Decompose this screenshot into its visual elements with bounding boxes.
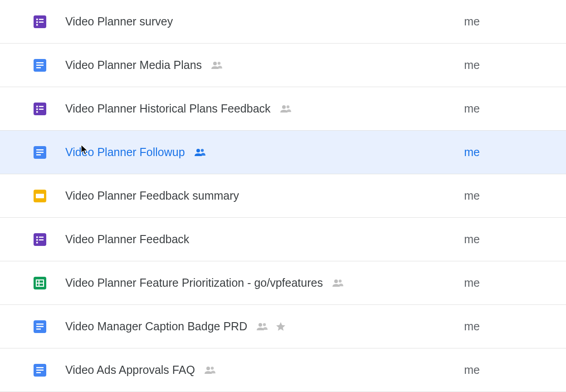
svg-rect-3 (36, 21, 38, 23)
file-owner: me (464, 363, 552, 377)
file-name-wrap: Video Planner Feedback summary (65, 189, 239, 202)
svg-point-11 (213, 62, 217, 65)
file-row[interactable]: Video Planner Feedback summaryme (0, 174, 566, 218)
svg-rect-15 (39, 106, 44, 107)
shared-icon (255, 322, 269, 331)
svg-point-26 (196, 149, 200, 152)
svg-rect-17 (39, 108, 44, 110)
forms-file-icon (33, 102, 47, 116)
file-row[interactable]: Video Planner Media Plans me (0, 44, 566, 87)
svg-rect-31 (36, 236, 38, 238)
svg-rect-24 (36, 152, 44, 153)
file-name-wrap: Video Planner Feedback (65, 233, 189, 246)
file-name: Video Planner Historical Plans Feedback (65, 102, 271, 115)
svg-rect-18 (36, 111, 38, 113)
svg-rect-14 (36, 106, 38, 108)
svg-point-27 (200, 149, 203, 152)
shared-icon (203, 366, 217, 375)
svg-point-42 (339, 279, 342, 282)
shared-icon (331, 279, 345, 288)
svg-rect-25 (36, 154, 41, 156)
file-owner: me (464, 276, 552, 289)
svg-point-47 (259, 323, 262, 327)
file-name-wrap: Video Planner Followup (65, 146, 207, 159)
svg-point-48 (263, 323, 266, 326)
svg-rect-29 (36, 194, 44, 198)
file-name-wrap: Video Planner Historical Plans Feedback (65, 102, 293, 115)
forms-file-icon (33, 15, 47, 29)
svg-point-53 (206, 367, 210, 370)
file-row[interactable]: Video Ads Approvals FAQ me (0, 348, 566, 392)
svg-rect-33 (36, 239, 38, 241)
file-owner: me (464, 189, 552, 202)
sheets-file-icon (33, 276, 47, 290)
svg-rect-51 (36, 369, 44, 371)
file-name: Video Planner Followup (65, 146, 185, 159)
shared-icon (210, 61, 224, 70)
file-row[interactable]: Video Planner Followup me (0, 131, 566, 174)
svg-rect-5 (36, 24, 38, 26)
file-owner: me (464, 59, 552, 72)
file-name: Video Planner Feature Prioritization - g… (65, 276, 323, 289)
svg-rect-50 (36, 367, 44, 368)
docs-file-icon (33, 145, 47, 160)
svg-rect-45 (36, 326, 44, 327)
docs-file-icon (33, 58, 47, 73)
docs-file-icon (33, 363, 47, 377)
slides-file-icon (33, 189, 47, 203)
svg-rect-34 (39, 239, 44, 240)
svg-point-54 (211, 367, 214, 369)
shared-icon (193, 148, 207, 157)
file-name: Video Planner Media Plans (65, 59, 202, 72)
svg-rect-1 (36, 19, 38, 20)
file-owner: me (464, 233, 552, 246)
svg-rect-10 (36, 67, 41, 69)
svg-rect-4 (39, 21, 44, 23)
file-row[interactable]: Video Planner Historical Plans Feedback … (0, 87, 566, 131)
svg-point-21 (286, 105, 289, 108)
file-name-wrap: Video Planner Media Plans (65, 59, 224, 72)
file-name: Video Planner Feedback summary (65, 189, 239, 202)
file-name: Video Ads Approvals FAQ (65, 363, 195, 377)
svg-rect-2 (39, 19, 44, 20)
file-name: Video Planner Feedback (65, 233, 189, 246)
file-owner: me (464, 146, 552, 159)
svg-rect-52 (36, 372, 41, 373)
file-name-wrap: Video Planner Feature Prioritization - g… (65, 276, 345, 289)
file-list: Video Planner surveyme Video Planner Med… (0, 0, 566, 392)
star-icon (275, 321, 286, 332)
svg-rect-44 (36, 323, 44, 325)
file-name-wrap: Video Manager Caption Badge PRD (65, 320, 286, 333)
svg-point-41 (334, 279, 338, 283)
forms-file-icon (33, 232, 47, 247)
file-owner: me (464, 15, 552, 28)
file-name: Video Manager Caption Badge PRD (65, 320, 247, 333)
svg-rect-32 (39, 236, 44, 238)
file-name-wrap: Video Ads Approvals FAQ (65, 363, 217, 377)
file-row[interactable]: Video Planner surveyme (0, 0, 566, 44)
file-owner: me (464, 320, 552, 333)
file-row[interactable]: Video Planner Feedbackme (0, 218, 566, 261)
file-owner: me (464, 102, 552, 115)
file-row[interactable]: Video Planner Feature Prioritization - g… (0, 261, 566, 305)
svg-rect-23 (36, 149, 44, 151)
file-row[interactable]: Video Manager Caption Badge PRD me (0, 305, 566, 348)
svg-rect-8 (36, 62, 44, 64)
file-name: Video Planner survey (65, 15, 173, 28)
svg-point-20 (282, 105, 286, 109)
svg-rect-16 (36, 108, 38, 110)
svg-rect-46 (36, 328, 41, 330)
svg-point-12 (218, 62, 220, 64)
shared-icon (279, 104, 293, 113)
svg-rect-9 (36, 64, 44, 66)
svg-rect-35 (36, 242, 38, 244)
docs-file-icon (33, 319, 47, 334)
file-name-wrap: Video Planner survey (65, 15, 173, 28)
